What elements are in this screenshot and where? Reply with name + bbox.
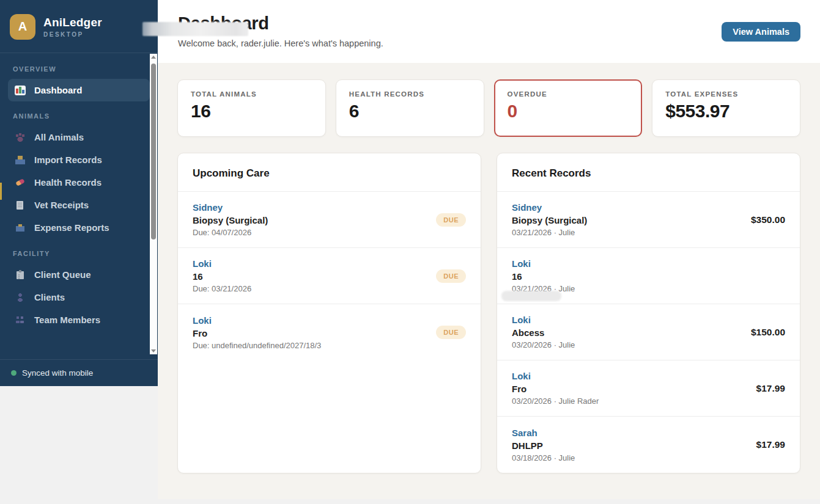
bar-chart-icon [15,86,26,95]
panel-title: Recent Records [497,153,800,192]
animal-name-link[interactable]: Loki [512,371,599,381]
sync-status-text: Synced with mobile [22,368,93,378]
stat-value: 16 [191,101,312,122]
treatment-name: DHLPP [512,440,575,451]
sidebar-item-label: All Animals [34,132,84,142]
upcoming-care-panel: Upcoming Care Sidney Biopsy (Surgical) D… [177,153,481,473]
record-meta: 03/20/2026 · Julie [512,340,575,349]
scroll-up-icon[interactable] [150,54,157,61]
sidebar-item-label: Team Members [34,315,100,325]
record-amount: $17.99 [756,439,785,450]
record-row[interactable]: Sidney Biopsy (Surgical) 03/21/2026 · Ju… [497,192,800,248]
dashboard-content: TOTAL ANIMALS 16 HEALTH RECORDS 6 OVERDU… [158,63,820,499]
treatment-name: 16 [512,271,575,282]
animal-name-link[interactable]: Sidney [512,202,587,213]
sidebar-item-health-records[interactable]: Health Records [8,171,150,194]
care-row[interactable]: Loki Fro Due: undefined/undefined/2027/1… [178,304,481,360]
animal-name-link[interactable]: Loki [512,315,575,325]
briefcase-icon [15,223,26,233]
nav-section-label: OVERVIEW [13,65,145,73]
record-meta: 03/20/2026 · Julie Rader [512,396,599,406]
sync-status-dot-icon [11,370,17,376]
due-date: Due: undefined/undefined/2027/18/3 [193,341,321,350]
clipboard-icon [15,270,26,280]
nav-section-facility: FACILITY Client Queue Clients Team Membe… [8,250,150,331]
stat-label: OVERDUE [508,90,629,98]
record-amount: $350.00 [751,214,785,225]
treatment-name: Fro [512,384,599,394]
stat-value: 0 [508,101,629,122]
treatment-name: 16 [193,271,251,282]
nav-section-label: FACILITY [13,250,145,257]
page-header: Dashboard Welcome back, rader.julie. Her… [158,0,820,63]
sidebar-item-client-queue[interactable]: Client Queue [8,263,150,286]
inbox-tray-icon [15,155,26,165]
sidebar-item-label: Dashboard [34,85,82,95]
sidebar-item-clients[interactable]: Clients [8,286,150,309]
record-row[interactable]: Loki Abcess 03/20/2026 · Julie $150.00 [497,304,800,360]
sidebar-item-label: Vet Receipts [34,200,89,210]
due-date: Due: 03/21/2026 [193,284,251,293]
sidebar-nav: OVERVIEW Dashboard ANIMALS All Animals [0,53,158,331]
sidebar-scrollbar[interactable] [150,54,157,354]
treatment-name: Abcess [512,327,575,338]
nav-section-overview: OVERVIEW Dashboard [8,65,150,101]
animal-name-link[interactable]: Loki [193,258,251,269]
record-meta: 03/18/2026 · Julie [512,453,575,462]
treatment-name: Biopsy (Surgical) [193,215,268,225]
due-badge: DUE [436,326,466,339]
app-edition: DESKTOP [43,31,102,38]
due-badge: DUE [436,269,466,283]
sidebar-item-label: Import Records [34,155,102,165]
record-amount: $150.00 [751,327,785,338]
redaction-smudge [501,291,561,301]
people-icon [15,315,26,325]
record-row[interactable]: Loki Fro 03/20/2026 · Julie Rader $17.99 [497,360,800,417]
stat-label: HEALTH RECORDS [349,90,471,98]
stat-card: OVERDUE 0 [494,79,643,137]
redaction-smudge [142,22,248,36]
stat-label: TOTAL ANIMALS [191,90,312,98]
nav-section-animals: ANIMALS All Animals Import Records Healt… [8,112,150,239]
page-subtitle: Welcome back, rader.julie. Here's what's… [178,38,383,48]
scrollbar-thumb[interactable] [151,64,156,239]
care-row[interactable]: Sidney Biopsy (Surgical) Due: 04/07/2026… [178,192,481,248]
record-meta: 03/21/2026 · Julie [512,228,587,237]
care-row[interactable]: Loki 16 Due: 03/21/2026 DUE [178,248,481,304]
app-logo: A AniLedger DESKTOP [0,0,158,53]
app-name: AniLedger [43,16,102,29]
recent-records-panel: Recent Records Sidney Biopsy (Surgical) … [497,153,800,473]
stat-label: TOTAL EXPENSES [665,90,787,98]
stat-value: $553.97 [665,101,787,122]
sidebar-item-expense-reports[interactable]: Expense Reports [8,216,150,239]
due-badge: DUE [436,213,466,227]
record-row[interactable]: Sarah DHLPP 03/18/2026 · Julie $17.99 [497,417,800,473]
animal-name-link[interactable]: Loki [512,258,575,269]
main-area: Dashboard Welcome back, rader.julie. Her… [158,0,820,504]
stat-card: HEALTH RECORDS 6 [336,79,484,137]
animal-name-link[interactable]: Sidney [193,202,268,213]
sidebar-item-import-records[interactable]: Import Records [8,148,150,171]
panel-title: Upcoming Care [178,153,481,192]
sidebar-item-label: Clients [34,292,65,302]
stats-row: TOTAL ANIMALS 16 HEALTH RECORDS 6 OVERDU… [177,79,800,137]
view-animals-button[interactable]: View Animals [722,22,800,42]
sync-status: Synced with mobile [0,359,158,386]
nav-section-label: ANIMALS [13,112,145,120]
scroll-down-icon[interactable] [150,347,157,354]
receipt-icon [15,200,26,210]
sidebar: A AniLedger DESKTOP OVERVIEW Dashboard A… [0,0,158,386]
pill-icon [15,178,26,188]
sidebar-item-label: Health Records [34,177,102,188]
sidebar-item-vet-receipts[interactable]: Vet Receipts [8,194,150,216]
record-amount: $17.99 [756,383,785,394]
animal-name-link[interactable]: Sarah [512,428,575,438]
sidebar-item-team-members[interactable]: Team Members [8,309,150,331]
treatment-name: Fro [193,328,321,338]
sidebar-item-all-animals[interactable]: All Animals [8,126,150,148]
sidebar-item-dashboard[interactable]: Dashboard [8,79,150,101]
app-window: A AniLedger DESKTOP OVERVIEW Dashboard A… [0,0,820,504]
sidebar-item-label: Expense Reports [34,222,109,233]
stat-value: 6 [349,101,471,122]
animal-name-link[interactable]: Loki [193,315,321,326]
